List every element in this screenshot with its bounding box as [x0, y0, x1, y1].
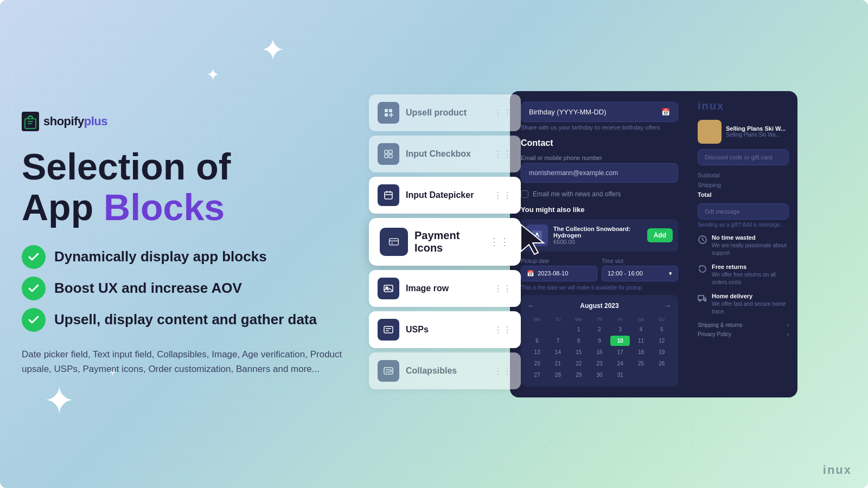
svg-rect-6 — [389, 150, 392, 153]
gift-message-field[interactable]: Gift message — [698, 203, 789, 220]
store-info: Selling Plans Ski W... Selling Plans Ski… — [726, 125, 786, 138]
block-label-usps: USPs — [406, 325, 487, 335]
cal-day[interactable]: 12 — [652, 336, 672, 346]
cal-day[interactable]: 19 — [652, 347, 672, 357]
block-item-usps[interactable]: USPs ⋮⋮ — [369, 311, 521, 348]
cal-day[interactable]: 31 — [610, 370, 630, 380]
cal-day[interactable]: 24 — [610, 358, 630, 369]
feature-list: Dynamically display app blocks Boost UX … — [22, 245, 358, 332]
cal-day[interactable]: 10 — [610, 336, 630, 346]
block-item-input-checkbox[interactable]: Input Checkbox ⋮⋮ — [369, 136, 521, 172]
block-item-input-datepicker[interactable]: Input Datepicker ⋮⋮ — [369, 177, 521, 214]
drag-handle-image-row[interactable]: ⋮⋮ — [494, 284, 512, 294]
cal-day[interactable]: 15 — [569, 347, 589, 357]
newsletter-label: Email me with news and offers — [533, 190, 621, 198]
block-item-collapsibles[interactable]: Collapsibles ⋮⋮ — [369, 352, 521, 389]
cal-day[interactable]: 5 — [652, 324, 672, 335]
block-label-datepicker: Input Datepicker — [406, 190, 487, 200]
shipping-chevron-icon: › — [787, 322, 789, 328]
cal-day[interactable]: 30 — [590, 370, 609, 380]
subtotal-label: Subtotal — [698, 172, 719, 178]
store-name: Selling Plans Ski W... — [726, 125, 786, 132]
cal-day[interactable]: 11 — [631, 336, 650, 346]
timeslot-value[interactable]: 12:00 - 16:00 ▾ — [602, 266, 678, 281]
add-button[interactable]: Add — [647, 228, 673, 242]
svg-rect-10 — [390, 239, 399, 245]
feature-home-delivery-text: Home delivery We offer fast and secure h… — [712, 293, 789, 316]
cal-day[interactable]: 2 — [590, 324, 609, 335]
cal-day[interactable]: 29 — [569, 370, 589, 380]
cal-day-header: Su — [652, 316, 672, 323]
feature-text-2: Boost UX and increase AOV — [54, 280, 242, 297]
cal-grid: MoTuWeThFrSaSu12345678910111213141516171… — [527, 316, 672, 380]
cal-day[interactable]: 7 — [548, 336, 567, 346]
email-input[interactable]: morrishermann@example.com — [521, 163, 678, 183]
drag-handle-usps[interactable]: ⋮⋮ — [494, 325, 512, 335]
timeslot-label: Time slot — [602, 258, 678, 264]
product-price: €600.00 — [553, 239, 642, 245]
cal-day[interactable]: 3 — [610, 324, 630, 335]
block-item-payment-icons[interactable]: Payment Icons ⋮⋮ — [369, 218, 521, 266]
cal-day[interactable]: 6 — [527, 336, 547, 346]
email-label: Email or mobile phone number — [521, 155, 678, 161]
cal-day[interactable]: 17 — [610, 347, 630, 357]
discount-field[interactable]: Discount code or gift card — [698, 149, 789, 165]
pickup-date-value[interactable]: 📅 2023-08-10 — [521, 266, 597, 281]
drag-handle-collapsibles[interactable]: ⋮⋮ — [494, 366, 512, 376]
block-item-upsell-product[interactable]: Upsell product ⋮⋮ — [369, 94, 521, 131]
subtotal-row: Subtotal — [698, 172, 789, 178]
total-label: Total — [698, 191, 711, 198]
cal-day[interactable]: 28 — [548, 370, 567, 380]
drag-handle-upsell[interactable]: ⋮⋮ — [494, 108, 512, 118]
cal-day[interactable]: 22 — [569, 358, 589, 369]
cal-day[interactable]: 25 — [631, 358, 650, 369]
newsletter-checkbox[interactable] — [521, 190, 528, 198]
cal-day[interactable]: 13 — [527, 347, 547, 357]
birthday-field-group: Birthday (YYYY-MM-DD) 📅 Share with us yo… — [521, 102, 678, 131]
feature-item-3: Upsell, display content and gather data — [22, 308, 358, 332]
cal-day[interactable]: 16 — [590, 347, 609, 357]
drag-handle-datepicker[interactable]: ⋮⋮ — [494, 190, 512, 201]
shopify-bag-icon — [22, 112, 39, 131]
timeslot-field: Time slot 12:00 - 16:00 ▾ — [602, 258, 678, 281]
upsell-title: You might also like — [521, 206, 678, 214]
block-icon-collapsibles — [378, 360, 399, 382]
store-thumbnail — [698, 120, 722, 144]
block-label-collapsibles: Collapsibles — [406, 366, 487, 376]
left-panel: shopifyplus Selection of App Blocks Dyna… — [22, 112, 358, 376]
drag-handle-payment[interactable]: ⋮⋮ — [489, 236, 510, 248]
cal-day[interactable]: 14 — [548, 347, 567, 357]
svg-rect-2 — [385, 109, 388, 112]
cal-day[interactable]: 27 — [527, 370, 547, 380]
feature-delivery-desc: We offer fast and secure home trace. — [712, 300, 789, 316]
cal-day[interactable]: 21 — [548, 358, 567, 369]
cal-next[interactable]: → — [664, 301, 672, 310]
cal-day[interactable]: 23 — [590, 358, 609, 369]
drag-handle-checkbox[interactable]: ⋮⋮ — [494, 149, 512, 159]
svg-rect-14 — [384, 326, 393, 333]
block-icon-usps — [378, 319, 399, 341]
block-label-payment-icons: Payment Icons — [414, 229, 483, 254]
cal-day[interactable]: 18 — [631, 347, 650, 357]
feature-item-1: Dynamically display app blocks — [22, 245, 358, 269]
contact-title: Contact — [521, 138, 678, 148]
cal-day — [652, 370, 672, 380]
shipping-returns-link[interactable]: Shipping & returns — [698, 322, 742, 328]
cal-day[interactable]: 9 — [590, 336, 609, 346]
brand-logo: inux — [698, 100, 789, 112]
cal-prev[interactable]: ← — [527, 301, 535, 310]
check-icon-3 — [22, 308, 46, 332]
svg-rect-5 — [385, 150, 388, 153]
cal-day[interactable]: 4 — [631, 324, 650, 335]
cal-day[interactable]: 26 — [652, 358, 672, 369]
feature-free-returns: Free returns We offer free returns on al… — [698, 264, 789, 286]
deco-star-1: ✦ — [260, 33, 285, 67]
birthday-input[interactable]: Birthday (YYYY-MM-DD) 📅 — [521, 102, 678, 122]
cal-day[interactable]: 8 — [569, 336, 589, 346]
block-item-image-row[interactable]: Image row ⋮⋮ — [369, 270, 521, 307]
privacy-policy-link[interactable]: Privacy Policy — [698, 331, 731, 337]
svg-rect-9 — [385, 192, 392, 199]
cal-day[interactable]: 20 — [527, 358, 547, 369]
check-icon-2 — [22, 277, 46, 300]
cal-day[interactable]: 1 — [569, 324, 589, 335]
